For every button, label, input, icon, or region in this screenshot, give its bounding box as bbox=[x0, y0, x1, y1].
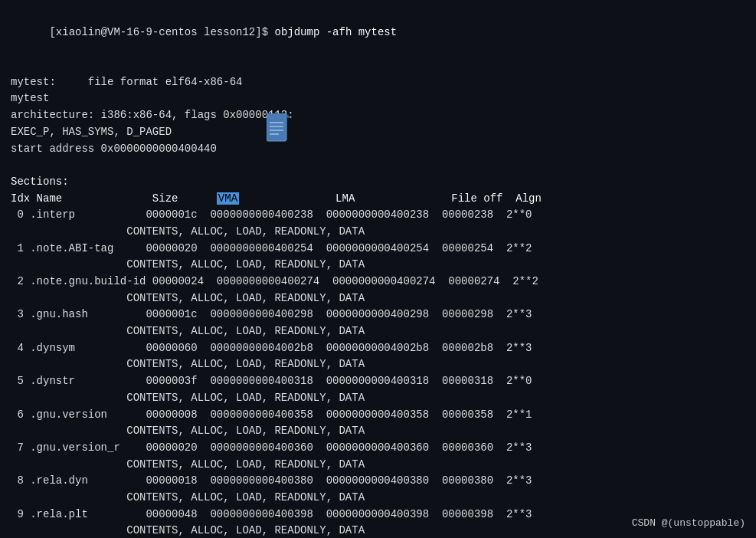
output-arch: architecture: i386:x86-64, flags 0x00000… bbox=[11, 107, 745, 124]
terminal-window: [xiaolin@VM-16-9-centos lesson12]$ objdu… bbox=[0, 0, 756, 538]
section-6: 6 .gnu.version 00000008 0000000000400358… bbox=[11, 407, 745, 424]
sections-header: Sections: bbox=[11, 174, 745, 191]
svg-rect-0 bbox=[267, 113, 286, 141]
section-0: 0 .interp 0000001c 0000000000400238 0000… bbox=[11, 207, 745, 224]
section-6-flags: CONTENTS, ALLOC, LOAD, READONLY, DATA bbox=[11, 423, 745, 440]
command-line: [xiaolin@VM-16-9-centos lesson12]$ objdu… bbox=[11, 8, 745, 57]
section-3-flags: CONTENTS, ALLOC, LOAD, READONLY, DATA bbox=[11, 323, 745, 340]
section-3: 3 .gnu.hash 0000001c 0000000000400298 00… bbox=[11, 307, 745, 323]
output-flags: EXEC_P, HAS_SYMS, D_PAGED bbox=[11, 124, 745, 141]
section-2: 2 .note.gnu.build-id 00000024 0000000000… bbox=[11, 274, 745, 290]
output-start: start address 0x0000000000400440 bbox=[11, 141, 745, 158]
svg-marker-1 bbox=[286, 113, 291, 118]
prompt-text: [xiaolin@VM-16-9-centos lesson12]$ bbox=[49, 26, 274, 38]
output-format: mytest: file format elf64-x86-64 bbox=[11, 74, 745, 91]
section-1-flags: CONTENTS, ALLOC, LOAD, READONLY, DATA bbox=[11, 257, 745, 274]
section-2-flags: CONTENTS, ALLOC, LOAD, READONLY, DATA bbox=[11, 290, 745, 307]
terminal-content: [xiaolin@VM-16-9-centos lesson12]$ objdu… bbox=[11, 8, 745, 538]
section-8-flags: CONTENTS, ALLOC, LOAD, READONLY, DATA bbox=[11, 490, 745, 507]
output-blank-2 bbox=[11, 157, 745, 174]
column-headers: Idx Name Size VMA LMA File off Algn bbox=[11, 191, 745, 208]
document-icon bbox=[267, 113, 291, 143]
section-5: 5 .dynstr 0000003f 0000000000400318 0000… bbox=[11, 373, 745, 390]
section-4: 4 .dynsym 00000060 00000000004002b8 0000… bbox=[11, 340, 745, 357]
section-4-flags: CONTENTS, ALLOC, LOAD, READONLY, DATA bbox=[11, 356, 745, 373]
output-blank-1 bbox=[11, 57, 745, 74]
section-5-flags: CONTENTS, ALLOC, LOAD, READONLY, DATA bbox=[11, 390, 745, 407]
command-text: objdump -afh mytest bbox=[274, 26, 397, 38]
section-0-flags: CONTENTS, ALLOC, LOAD, READONLY, DATA bbox=[11, 224, 745, 241]
section-8: 8 .rela.dyn 00000018 0000000000400380 00… bbox=[11, 473, 745, 490]
section-7-flags: CONTENTS, ALLOC, LOAD, READONLY, DATA bbox=[11, 457, 745, 474]
vma-header: VMA bbox=[217, 192, 239, 205]
output-name: mytest bbox=[11, 90, 745, 107]
section-7: 7 .gnu.version_r 00000020 00000000004003… bbox=[11, 440, 745, 457]
section-1: 1 .note.ABI-tag 00000020 000000000040025… bbox=[11, 241, 745, 258]
watermark: CSDN @(unstoppable) bbox=[632, 517, 745, 529]
